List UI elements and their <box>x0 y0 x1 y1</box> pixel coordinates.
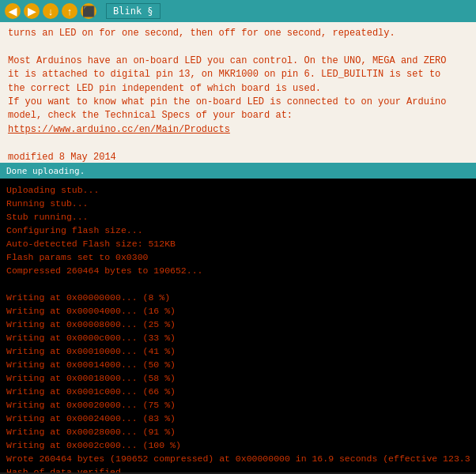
code-link[interactable]: https://www.arduino.cc/en/Main/Products <box>8 124 230 135</box>
code-line: model, check the Technical Specs of your… <box>8 109 468 122</box>
console-line: Writing at 0x00000000... (8 %) <box>6 291 470 304</box>
sketch-label[interactable]: Blink § <box>106 3 161 19</box>
console-line: Stub running... <box>6 210 470 224</box>
status-text: Done uploading. <box>6 166 85 176</box>
console-line: Writing at 0x00018000... (58 %) <box>6 371 470 385</box>
code-line: turns an LED on for one second, then off… <box>8 27 468 40</box>
code-line: it is attached to digital pin 13, on MKR… <box>8 68 468 81</box>
console-line: Compressed 260464 bytes to 190652... <box>6 264 470 277</box>
console-line: Configuring flash size... <box>6 224 470 237</box>
code-line <box>8 40 468 54</box>
upload-button[interactable]: ↑ <box>62 3 77 19</box>
code-line: modified 8 May 2014 <box>8 151 468 163</box>
console-line: Writing at 0x0001c000... (66 %) <box>6 385 470 398</box>
console-line: Running stub... <box>6 197 470 210</box>
console-line: Writing at 0x00020000... (75 %) <box>6 398 470 412</box>
console-line: Flash params set to 0x0300 <box>6 250 470 264</box>
console-line: Writing at 0x00008000... (25 %) <box>6 318 470 331</box>
console-line: Writing at 0x0002c000... (100 %) <box>6 438 470 452</box>
console-line: Wrote 260464 bytes (190652 compressed) a… <box>6 452 470 465</box>
console-line: Hash of data verified. <box>6 465 470 472</box>
code-line: If you want to know what pin the on-boar… <box>8 96 468 109</box>
console-line: Writing at 0x00024000... (83 %) <box>6 412 470 425</box>
console-line <box>6 277 470 291</box>
serial-button[interactable]: ⬛ <box>81 3 96 19</box>
top-bar: ◀ ▶ ↓ ↑ ⬛ Blink § <box>0 0 476 22</box>
status-bar: Done uploading. <box>0 163 476 179</box>
console-line: Writing at 0x0000c000... (33 %) <box>6 331 470 344</box>
code-line <box>8 137 468 150</box>
code-line: the correct LED pin independent of which… <box>8 82 468 96</box>
console-line: Writing at 0x00014000... (50 %) <box>6 358 470 371</box>
arrow-right-button[interactable]: ▶ <box>24 3 40 19</box>
code-line: Most Arduinos have an on-board LED you c… <box>8 55 468 68</box>
console-line: Auto-detected Flash size: 512KB <box>6 237 470 250</box>
console-line: Writing at 0x00028000... (91 %) <box>6 425 470 438</box>
console-line: Writing at 0x00010000... (41 %) <box>6 344 470 358</box>
console-output: Uploading stub...Running stub...Stub run… <box>0 179 476 472</box>
arrow-left-button[interactable]: ◀ <box>5 3 21 19</box>
console-line: Writing at 0x00004000... (16 %) <box>6 304 470 318</box>
code-editor[interactable]: turns an LED on for one second, then off… <box>0 22 476 163</box>
save-button[interactable]: ↓ <box>43 3 59 19</box>
code-line: https://www.arduino.cc/en/Main/Products <box>8 123 468 137</box>
console-line: Uploading stub... <box>6 183 470 197</box>
